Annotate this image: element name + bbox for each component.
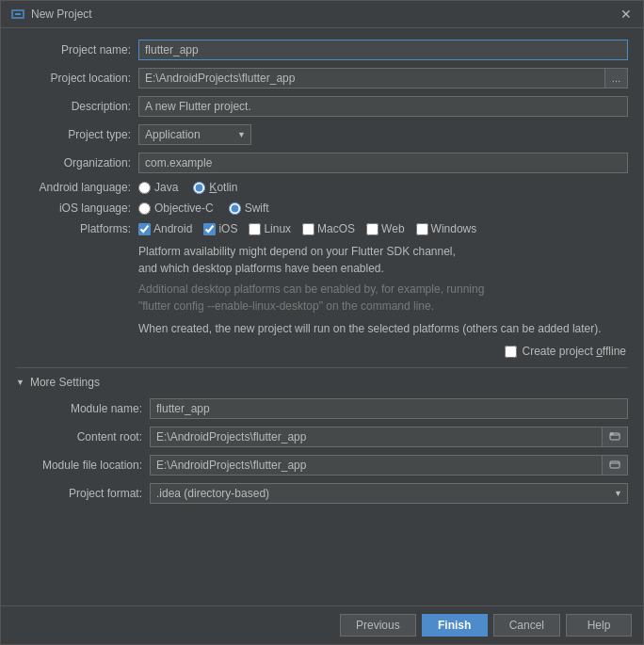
project-format-select-wrapper: .idea (directory-based) .iml (file-based…: [150, 483, 628, 504]
dialog-icon: [10, 7, 25, 22]
android-lang-kotlin-radio[interactable]: [193, 182, 205, 194]
project-format-label: Project format:: [27, 487, 150, 500]
platform-android-checkbox[interactable]: [138, 223, 151, 235]
platform-linux-label: Linux: [264, 222, 291, 235]
project-name-input[interactable]: [138, 40, 628, 60]
module-file-location-input[interactable]: [150, 455, 603, 476]
ios-language-radio-group: Objective-C Swift: [138, 202, 628, 215]
module-file-location-browse-button[interactable]: [603, 455, 628, 476]
svg-rect-2: [15, 13, 21, 15]
module-name-label: Module name:: [27, 402, 150, 415]
content-root-browse-button[interactable]: [603, 427, 628, 447]
android-lang-java-label: Java: [154, 181, 178, 194]
dialog-title: New Project: [31, 8, 619, 21]
close-button[interactable]: ✕: [619, 7, 634, 22]
button-bar: Previous Finish Cancel Help: [1, 605, 643, 644]
module-file-location-label: Module file location:: [27, 459, 150, 472]
ios-lang-swift-radio[interactable]: [229, 202, 241, 215]
module-name-row: Module name:: [27, 398, 628, 419]
android-lang-java-option[interactable]: Java: [138, 181, 178, 194]
module-file-location-input-group: [150, 455, 628, 476]
platform-web-checkbox[interactable]: [366, 223, 378, 235]
ios-lang-objc-radio[interactable]: [138, 202, 151, 215]
platforms-label: Platforms:: [16, 222, 138, 235]
platforms-row: Platforms: Android iOS Linux MacOS: [16, 222, 628, 235]
ios-lang-objc-option[interactable]: Objective-C: [138, 202, 214, 215]
content-root-row: Content root:: [27, 427, 628, 447]
offline-checkbox[interactable]: [505, 346, 517, 358]
content-root-input-group: [150, 427, 628, 447]
project-location-input[interactable]: [138, 68, 605, 89]
organization-label: Organization:: [16, 156, 138, 169]
module-file-location-row: Module file location:: [27, 455, 628, 476]
platform-web-option[interactable]: Web: [366, 222, 404, 235]
previous-button[interactable]: Previous: [340, 614, 416, 637]
ios-language-row: iOS language: Objective-C Swift: [16, 202, 628, 215]
android-language-radio-group: Java Kotlin: [138, 181, 628, 194]
module-name-input[interactable]: [150, 398, 628, 419]
platform-macos-checkbox[interactable]: [302, 223, 314, 235]
ios-language-label: iOS language:: [16, 202, 138, 215]
platforms-info: Platform availability might depend on yo…: [138, 243, 628, 337]
description-label: Description:: [16, 100, 138, 113]
more-settings-label: More Settings: [30, 376, 100, 389]
platform-linux-checkbox[interactable]: [249, 223, 261, 235]
organization-input[interactable]: [138, 153, 628, 173]
project-type-row: Project type: Application Plugin Package…: [16, 124, 628, 145]
platform-ios-checkbox[interactable]: [203, 223, 216, 235]
platforms-info-extra-text: Additional desktop platforms can be enab…: [138, 281, 628, 314]
offline-option[interactable]: Create project offline: [505, 345, 626, 358]
platform-windows-checkbox[interactable]: [416, 223, 428, 235]
cancel-button[interactable]: Cancel: [493, 614, 560, 637]
android-language-label: Android language:: [16, 181, 138, 194]
ios-lang-objc-label: Objective-C: [154, 202, 214, 215]
platform-linux-option[interactable]: Linux: [249, 222, 291, 235]
project-name-label: Project name:: [16, 43, 138, 56]
project-location-row: Project location: ...: [16, 68, 628, 89]
android-language-row: Android language: Java Kotlin: [16, 181, 628, 194]
project-location-label: Project location:: [16, 72, 138, 85]
more-settings-arrow-icon: ▼: [16, 378, 24, 387]
title-bar: New Project ✕: [1, 1, 643, 28]
finish-button[interactable]: Finish: [422, 614, 488, 637]
platforms-checkbox-group: Android iOS Linux MacOS Web: [138, 222, 628, 235]
project-name-row: Project name:: [16, 40, 628, 60]
form-content: Project name: Project location: ... Desc…: [1, 28, 643, 605]
platform-windows-option[interactable]: Windows: [416, 222, 477, 235]
android-lang-kotlin-option[interactable]: Kotlin: [193, 181, 237, 194]
platforms-info-note-text: When created, the new project will run o…: [138, 320, 628, 337]
content-root-input[interactable]: [150, 427, 603, 447]
project-format-row: Project format: .idea (directory-based) …: [27, 483, 628, 504]
offline-row: Create project offline: [16, 345, 628, 358]
android-lang-kotlin-label: Kotlin: [209, 181, 237, 194]
content-root-label: Content root:: [27, 430, 150, 443]
platform-ios-option[interactable]: iOS: [203, 222, 237, 235]
android-lang-java-radio[interactable]: [138, 182, 151, 194]
platform-macos-option[interactable]: MacOS: [302, 222, 355, 235]
platform-android-label: Android: [153, 222, 192, 235]
description-row: Description:: [16, 96, 628, 117]
platform-macos-label: MacOS: [317, 222, 355, 235]
platform-ios-label: iOS: [218, 222, 237, 235]
project-type-select-wrapper: Application Plugin Package Module: [138, 124, 251, 145]
platform-web-label: Web: [381, 222, 404, 235]
platforms-info-main-text: Platform availability might depend on yo…: [138, 243, 628, 277]
description-input[interactable]: [138, 96, 628, 117]
svg-rect-4: [610, 461, 620, 468]
project-location-input-group: ...: [138, 68, 628, 89]
organization-row: Organization:: [16, 153, 628, 173]
platform-windows-label: Windows: [431, 222, 477, 235]
project-location-browse-button[interactable]: ...: [605, 68, 628, 89]
project-format-select[interactable]: .idea (directory-based) .iml (file-based…: [150, 483, 628, 504]
project-type-select[interactable]: Application Plugin Package Module: [138, 124, 251, 145]
ios-lang-swift-option[interactable]: Swift: [229, 202, 269, 215]
more-settings-section: Module name: Content root:: [16, 398, 628, 504]
ios-lang-swift-label: Swift: [245, 202, 269, 215]
new-project-dialog: New Project ✕ Project name: Project loca…: [0, 0, 644, 645]
platform-android-option[interactable]: Android: [138, 222, 192, 235]
project-type-label: Project type:: [16, 128, 138, 141]
more-settings-header[interactable]: ▼ More Settings: [16, 367, 628, 389]
help-button[interactable]: Help: [566, 614, 632, 637]
offline-label-text: Create project offline: [522, 345, 626, 358]
